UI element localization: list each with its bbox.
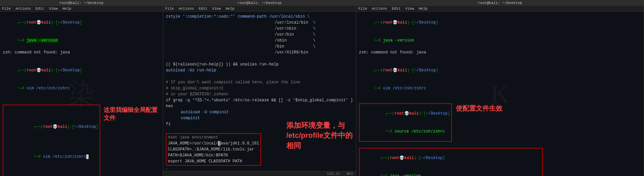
menu-file-1[interactable]: File: [2, 7, 11, 11]
menu-view-2[interactable]: View: [212, 7, 221, 11]
menu-actions-1[interactable]: Actions: [15, 7, 31, 11]
vim-line-blank2: [166, 73, 353, 79]
menu-edit-2[interactable]: Edit: [199, 7, 207, 11]
vim-env-line-4: PATH=$JAVA_HOME/bin:$PATH: [168, 152, 259, 158]
vim-line-8: (( ${+aliases[run-help]} )) && unalias r…: [166, 61, 353, 67]
t3-line-4: ┌──(root💀kali)-[~/Desktop]: [359, 61, 641, 79]
vim-env-box: #set java environment JAVA_HOME=/usr/loc…: [166, 133, 261, 166]
section-redbox-1: ┌──(root💀kali)-[~/Desktop] └─# vim /etc/…: [3, 105, 160, 176]
menu-file-3[interactable]: File: [358, 7, 367, 11]
vim-line-5: /sbin \: [166, 38, 353, 44]
menu-help-1[interactable]: Help: [62, 7, 71, 11]
menu-view-3[interactable]: View: [405, 7, 414, 11]
menu-bar-1[interactable]: File Actions Edit View Help: [0, 6, 163, 12]
menu-view-1[interactable]: View: [49, 7, 58, 11]
vim-line-blank1: [166, 55, 353, 61]
vim-env-line-1: #set java environment: [168, 134, 259, 140]
title-text-3: root@kali: ~/Desktop: [478, 1, 522, 5]
t3-source-box: ┌──(root💀kali)-[~/Desktop] └─# source /e…: [359, 103, 452, 142]
boxed-prompt-1: ┌──(root💀kali)-[~/Desktop] └─# vim /etc/…: [3, 105, 100, 176]
line-1-2: └─# java -version: [3, 32, 160, 49]
t3-line-1: ┌──(root💀kali)-[~/Desktop]: [359, 14, 641, 32]
vim-env-line-2: JAVA_HOME=/usr/local/java/jdk1.8.0_161: [168, 140, 259, 146]
t3-source-prompt: ┌──(root💀kali)-[~/Desktop]: [361, 105, 450, 123]
redbox-prompt-1: ┌──(root💀kali)-[~/Desktop] └─# vim /etc/…: [3, 105, 100, 176]
vim-line-7: /usr/X11R6/bin: [166, 49, 353, 55]
vim-env-line-3: CLASSPATH=.:$JAVA_HOME/lib.tools.jar: [168, 146, 259, 152]
title-bar-2: root@kali: ~/Desktop: [163, 0, 356, 6]
terminal-body-2: zstyle ':completion:*:sudo:*' command-pa…: [163, 12, 356, 171]
vim-line-14: hen: [166, 103, 353, 109]
terminal-window-2: root@kali: ~/Desktop File Actions Edit V…: [163, 0, 356, 176]
menu-file-2[interactable]: File: [165, 7, 174, 11]
menu-edit-3[interactable]: Edit: [392, 7, 401, 11]
annotation-2-text: 添加环境变量，与/etc/profile文件中的相同: [286, 121, 353, 151]
t3-blank1: [359, 55, 641, 61]
title-bar-1: root@kali: ~/Desktop: [0, 0, 163, 6]
line-1-1: ┌──(root💀kali)-[~/Desktop]: [3, 14, 160, 32]
vim-line-13: if grep -q '^ID.*=.*ubuntu' /etc/os-rele…: [166, 97, 353, 103]
vim-mode: Bot: [347, 172, 353, 176]
vim-env-line-5: export JAVA_HOME CLASSPATH PATH: [168, 158, 259, 164]
vim-line-1: zstyle ':completion:*:sudo:*' command-pa…: [166, 14, 353, 20]
vim-line-9: autoload -Uz run-help: [166, 67, 353, 73]
menu-bar-2[interactable]: File Actions Edit View Help: [163, 6, 356, 12]
vim-line-2: /usr/local/bin \: [166, 20, 353, 26]
line-1-blank2: [3, 97, 160, 103]
terminal-window-3: root@kali: ~/Desktop File Actions Edit V…: [356, 0, 644, 176]
t3-source-section: ┌──(root💀kali)-[~/Desktop] └─# source /e…: [359, 103, 641, 142]
line-1-blank1: [3, 55, 160, 61]
t3-annotation-source: 使配置文件生效: [456, 104, 502, 113]
vim-line-tilde: ~: [166, 166, 353, 169]
t3-java-prompt: ┌──(root💀kali)-[~/Desktop]: [361, 149, 541, 167]
boxed-line-b: └─# vim /etc/zsh/zshrc: [5, 148, 98, 166]
boxed-line-a: ┌──(root💀kali)-[~/Desktop]: [5, 118, 98, 136]
title-text-2: root@kali: ~/Desktop: [237, 1, 281, 5]
line-1-5: └─# vim /etc/zsh/zshrc: [3, 79, 160, 97]
vim-line-15: autoload -U compinit: [166, 109, 353, 115]
status-bar-2: 115,21 Bot: [163, 171, 356, 176]
menu-actions-2[interactable]: Actions: [178, 7, 194, 11]
t3-line-3: zsh: command not found: java: [359, 49, 641, 55]
t3-source-cmd: └─# source /etc/zsh/zshrc: [361, 123, 450, 140]
annotation-2: 添加环境变量，与/etc/profile文件中的相同: [286, 121, 353, 151]
terminal-window-1: root@kali: ~/Desktop File Actions Edit V…: [0, 0, 163, 176]
line-1-3: zsh: command not found: java: [3, 49, 160, 55]
vim-line-6: /bin \: [166, 44, 353, 49]
t3-java-cmd: └─# java -version: [361, 167, 541, 176]
annotation-1: 这里我编辑全局配置文件: [104, 106, 160, 122]
vim-line-12: # in your $ZDOTDIR/.zshenv: [166, 91, 353, 97]
t3-java-success-box: ┌──(root💀kali)-[~/Desktop] └─# java -ver…: [359, 148, 543, 176]
title-bar-3: root@kali: ~/Desktop: [356, 0, 644, 6]
menu-help-2[interactable]: Help: [225, 7, 234, 11]
vim-line-11: # skip_global_compinit=1: [166, 85, 353, 91]
menu-edit-1[interactable]: Edit: [36, 7, 44, 11]
t3-blank2: [359, 97, 641, 103]
terminal-body-1: 染 ┌──(root💀kali)-[~/Desktop] └─# java -v…: [0, 12, 163, 176]
menu-help-3[interactable]: Help: [419, 7, 427, 11]
vim-line-4: /usr/bin \: [166, 32, 353, 38]
t3-blank3: [359, 142, 641, 148]
menu-actions-3[interactable]: Actions: [372, 7, 387, 11]
vim-line-10: # If you don't want compinit called here…: [166, 79, 353, 85]
vim-line-3: /usr/sbin \: [166, 26, 353, 32]
cursor-position: 115,21: [327, 172, 340, 176]
menu-bar-3[interactable]: File Actions Edit View Help: [356, 6, 644, 12]
t3-line-5: └─# vim /etc/zsh/zshrc: [359, 79, 641, 97]
terminal-body-3: K ┌──(root💀kali)-[~/Desktop] └─# java -v…: [356, 12, 644, 176]
line-1-4: ┌──(root💀kali)-[~/Desktop]: [3, 61, 160, 79]
title-text-1: root@kali: ~/Desktop: [59, 1, 103, 5]
t3-line-2: └─# java -version: [359, 32, 641, 49]
